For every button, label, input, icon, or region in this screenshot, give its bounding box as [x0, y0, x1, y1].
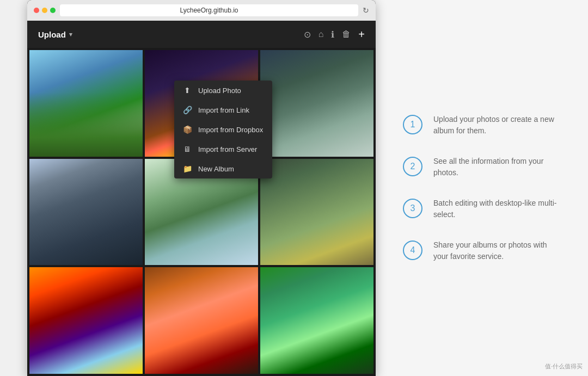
import-dropbox-icon: 📦	[183, 125, 192, 134]
menu-item-import-dropbox[interactable]: 📦 Import from Dropbox	[174, 120, 272, 139]
add-icon[interactable]: +	[358, 28, 365, 41]
watermark: 值·什么值得买	[545, 362, 583, 371]
maximize-button[interactable]	[50, 8, 56, 13]
tip-text-1: Upload your photos or create a new album…	[433, 114, 561, 137]
browser-chrome: LycheeOrg.github.io ↻	[27, 0, 376, 21]
upload-button[interactable]: Upload ▾	[38, 30, 72, 39]
refresh-button[interactable]: ↻	[363, 6, 369, 15]
upload-label: Upload	[38, 30, 66, 39]
minimize-button[interactable]	[42, 8, 47, 13]
dropdown-menu: ⬆ Upload Photo 🔗 Import from Link 📦 Impo…	[174, 81, 272, 178]
photo-cell-3[interactable]	[260, 50, 373, 157]
menu-item-import-server[interactable]: 🖥 Import from Server	[174, 139, 272, 159]
tip-text-3: Batch editing with desktop-like multi-se…	[433, 198, 561, 220]
upload-arrow-icon: ▾	[69, 31, 72, 38]
traffic-lights	[34, 8, 56, 13]
import-server-label: Import from Server	[198, 145, 257, 153]
photo-cell-8[interactable]	[145, 267, 258, 374]
delete-icon[interactable]: 🗑	[342, 29, 351, 39]
photo-cell-1[interactable]	[29, 50, 143, 157]
photo-cell-7[interactable]	[29, 267, 143, 374]
search-icon[interactable]: ⊙	[304, 29, 311, 40]
tip-number-4: 4	[403, 241, 422, 260]
info-icon[interactable]: ℹ	[331, 29, 334, 40]
menu-item-import-link[interactable]: 🔗 Import from Link	[174, 100, 272, 120]
photo-cell-9[interactable]	[260, 267, 373, 374]
new-album-label: New Album	[198, 165, 234, 173]
upload-photo-icon: ⬆	[183, 86, 192, 95]
import-dropbox-label: Import from Dropbox	[198, 126, 263, 134]
tip-number-3: 3	[403, 199, 422, 218]
tip-item-4: 4 Share your albums or photos with your …	[403, 239, 561, 262]
upload-photo-label: Upload Photo	[198, 87, 241, 95]
photo-cell-6[interactable]	[260, 159, 373, 266]
photo-grid-container: ⬆ Upload Photo 🔗 Import from Link 📦 Impo…	[27, 48, 376, 376]
import-server-icon: 🖥	[183, 145, 192, 153]
header-icons: ⊙ ⌂ ℹ 🗑 +	[304, 28, 365, 41]
home-icon[interactable]: ⌂	[318, 29, 324, 39]
tip-number-1: 1	[403, 115, 422, 134]
close-button[interactable]	[34, 8, 39, 13]
right-panel: 1 Upload your photos or create a new alb…	[376, 0, 588, 376]
address-bar[interactable]: LycheeOrg.github.io	[60, 4, 358, 16]
menu-item-new-album[interactable]: 📁 New Album	[174, 159, 272, 178]
app-header: Upload ▾ ⊙ ⌂ ℹ 🗑 +	[27, 21, 376, 48]
import-link-icon: 🔗	[183, 106, 192, 114]
tip-text-2: See all the information from your photos…	[433, 156, 561, 178]
new-album-icon: 📁	[183, 164, 192, 173]
photo-cell-4[interactable]	[29, 159, 143, 266]
tip-item-1: 1 Upload your photos or create a new alb…	[403, 114, 561, 137]
tip-item-3: 3 Batch editing with desktop-like multi-…	[403, 198, 561, 220]
url-text: LycheeOrg.github.io	[180, 7, 238, 14]
import-link-label: Import from Link	[198, 106, 249, 114]
menu-item-upload-photo[interactable]: ⬆ Upload Photo	[174, 81, 272, 100]
tip-number-2: 2	[403, 157, 422, 176]
browser-window: LycheeOrg.github.io ↻ Upload ▾ ⊙ ⌂ ℹ 🗑 +	[27, 0, 376, 376]
tip-text-4: Share your albums or photos with your fa…	[433, 239, 561, 262]
tip-item-2: 2 See all the information from your phot…	[403, 156, 561, 178]
